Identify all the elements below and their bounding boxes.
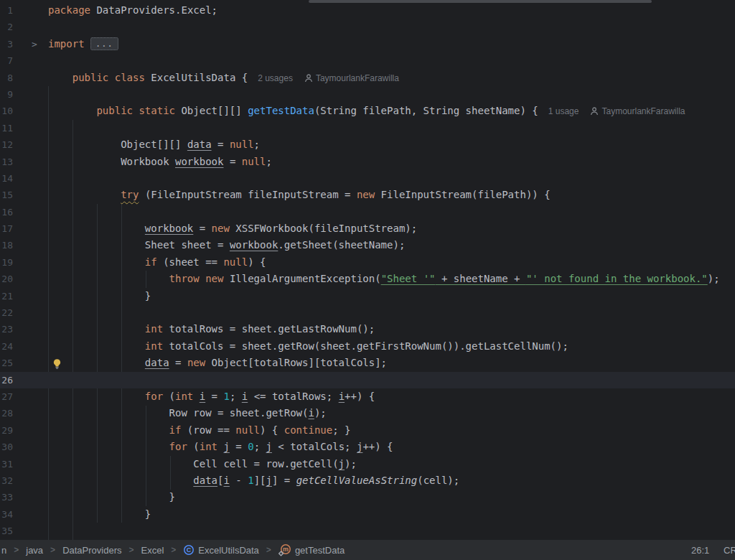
code-text: import ... <box>48 36 118 52</box>
line-ending-indicator[interactable]: CRLF <box>724 545 735 556</box>
breadcrumb-item-n[interactable]: n <box>1 545 6 556</box>
line-row[interactable]: 17 workbook = new XSSFWorkbook(fileInput… <box>0 220 735 237</box>
line-row[interactable]: 15 try (FileInputStream fileInputStream … <box>0 187 735 203</box>
line-number[interactable]: 24 <box>0 338 13 355</box>
line-number[interactable]: 15 <box>0 187 13 203</box>
code-token: j <box>266 475 271 486</box>
code-token <box>48 441 169 452</box>
line-number[interactable]: 11 <box>0 120 13 136</box>
code-token <box>48 357 145 368</box>
line-row[interactable]: 10 public static Object[][] getTestData(… <box>0 103 735 119</box>
line-number[interactable]: 17 <box>0 220 13 237</box>
line-number[interactable]: 21 <box>0 288 13 304</box>
line-number[interactable]: 32 <box>0 472 13 489</box>
status-bar: n>java>DataProviders>Excel>CExcelUtilsDa… <box>0 540 735 560</box>
usages-hint[interactable]: 1 usage <box>548 106 579 116</box>
line-number[interactable]: 1 <box>0 2 13 19</box>
line-row[interactable]: 8 public class ExcelUtilsData {2 usagesT… <box>0 70 735 86</box>
line-row[interactable]: 31 Cell cell = row.getCell(j); <box>0 456 735 472</box>
caret-position[interactable]: 26:1 <box>691 545 709 556</box>
line-row[interactable]: 2 <box>0 19 735 35</box>
breadcrumb-item-java[interactable]: java <box>26 545 43 556</box>
line-row[interactable]: 11 <box>0 120 735 136</box>
line-row[interactable]: 29 if (row == null) { continue; } <box>0 422 735 439</box>
line-row[interactable]: 3>import ... <box>0 36 735 52</box>
breadcrumb-item-excelutilsdata[interactable]: CExcelUtilsData <box>183 544 259 556</box>
line-number[interactable]: 9 <box>0 86 13 103</box>
code-text: public static Object[][] getTestData(Str… <box>48 103 685 120</box>
line-number[interactable]: 20 <box>0 271 13 287</box>
code-token: - <box>230 475 248 486</box>
breadcrumb-item-gettestdata[interactable]: mgetTestData <box>278 544 345 556</box>
code-token: new <box>187 357 205 368</box>
lightbulb-icon[interactable] <box>52 358 62 368</box>
line-row[interactable]: 13 Workbook workbook = null; <box>0 154 735 170</box>
line-number[interactable]: 28 <box>0 405 13 421</box>
line-number[interactable]: 19 <box>0 254 13 271</box>
line-number[interactable]: 12 <box>0 136 13 153</box>
line-number[interactable]: 35 <box>0 523 13 539</box>
line-number[interactable]: 7 <box>0 52 13 69</box>
line-row[interactable]: 12 Object[][] data = null; <box>0 136 735 153</box>
line-number[interactable]: 31 <box>0 456 13 472</box>
line-number[interactable]: 16 <box>0 204 13 220</box>
line-number[interactable]: 13 <box>0 154 13 170</box>
line-row[interactable]: 16 <box>0 204 735 220</box>
line-row[interactable]: 32 data[i - 1][j] = getCellValueAsString… <box>0 472 735 489</box>
line-row[interactable]: 34 } <box>0 506 735 523</box>
line-number[interactable]: 18 <box>0 237 13 253</box>
current-line-row[interactable]: 26 <box>0 372 735 388</box>
line-number[interactable]: 26 <box>0 372 13 388</box>
code-token <box>200 273 205 284</box>
code-token: ; <box>254 139 260 150</box>
line-number[interactable]: 34 <box>0 506 13 523</box>
line-number[interactable]: 27 <box>0 388 13 405</box>
line-row[interactable]: 28 Row row = sheet.getRow(i); <box>0 405 735 421</box>
line-number[interactable]: 33 <box>0 489 13 505</box>
code-text: data = new Object[totalRows][totalCols]; <box>48 355 387 371</box>
line-number[interactable]: 23 <box>0 321 13 337</box>
line-row[interactable]: 14 <box>0 170 735 187</box>
horizontal-scrollbar-thumb[interactable] <box>309 0 652 3</box>
line-row[interactable]: 35 <box>0 523 735 539</box>
code-token: new <box>357 189 375 200</box>
line-number[interactable]: 8 <box>0 70 13 86</box>
line-row[interactable]: 22 <box>0 304 735 321</box>
line-number[interactable]: 14 <box>0 170 13 187</box>
usages-hint[interactable]: 2 usages <box>258 73 293 83</box>
line-row[interactable]: 19 if (sheet == null) { <box>0 254 735 271</box>
breadcrumb-label: java <box>26 545 43 556</box>
code-token: data <box>187 139 212 150</box>
line-number[interactable]: 3 <box>0 36 13 52</box>
breadcrumb-item-excel[interactable]: Excel <box>141 545 164 556</box>
line-row[interactable]: 18 Sheet sheet = workbook.getSheet(sheet… <box>0 237 735 253</box>
code-token: for <box>169 441 187 452</box>
line-number[interactable]: 22 <box>0 304 13 321</box>
code-token: = <box>205 391 223 402</box>
line-number[interactable]: 30 <box>0 439 13 455</box>
class-icon: C <box>183 544 195 556</box>
line-row[interactable]: 20 throw new IllegalArgumentException("S… <box>0 271 735 287</box>
line-number[interactable]: 29 <box>0 422 13 439</box>
code-token: ExcelUtilsData { <box>145 72 248 83</box>
code-token: XSSFWorkbook(fileInputStream); <box>230 223 417 234</box>
line-row[interactable]: 7 <box>0 52 735 69</box>
breadcrumb-item-dataproviders[interactable]: DataProviders <box>62 545 121 556</box>
line-row[interactable]: 33 } <box>0 489 735 505</box>
fold-arrow-icon[interactable]: > <box>32 36 37 52</box>
line-row[interactable]: 21 } <box>0 288 735 304</box>
folded-imports-chip[interactable]: ... <box>90 37 118 50</box>
line-row[interactable]: 24 int totalCols = sheet.getRow(sheet.ge… <box>0 338 735 355</box>
line-row[interactable]: 25 data = new Object[totalRows][totalCol… <box>0 355 735 371</box>
line-number[interactable]: 25 <box>0 355 13 371</box>
line-number[interactable]: 10 <box>0 103 13 119</box>
line-number[interactable]: 2 <box>0 19 13 35</box>
line-row[interactable]: 1package DataProviders.Excel; <box>0 2 735 19</box>
code-token: i <box>223 475 229 486</box>
line-row[interactable]: 27 for (int i = 1; i <= totalRows; i++) … <box>0 388 735 405</box>
line-row[interactable]: 30 for (int j = 0; j < totalCols; j++) { <box>0 439 735 455</box>
line-row[interactable]: 23 int totalRows = sheet.getLastRowNum()… <box>0 321 735 337</box>
editor[interactable]: 1package DataProviders.Excel;23>import .… <box>0 0 735 540</box>
line-row[interactable]: 9 <box>0 86 735 103</box>
editor-lines: 1package DataProviders.Excel;23>import .… <box>0 2 735 540</box>
